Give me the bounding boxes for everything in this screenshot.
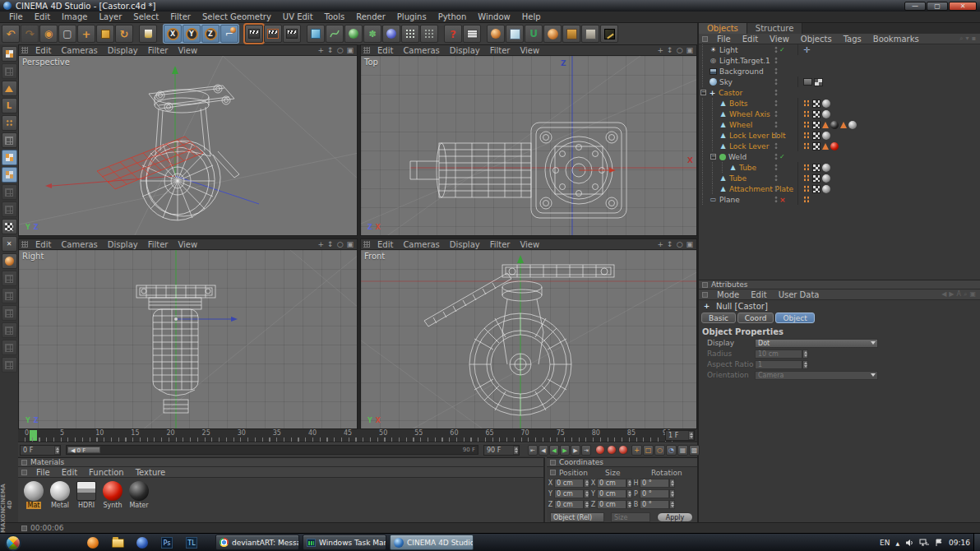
key-settings-icon[interactable]: ▩ [689,445,700,456]
stepper-icon[interactable] [802,360,808,369]
stepper-icon[interactable] [626,479,632,488]
stepper-icon[interactable] [669,479,675,488]
viewport-menu-item[interactable]: View [515,240,544,249]
module-cube-icon[interactable] [506,25,524,43]
radius-input[interactable]: 10 cm [755,350,802,359]
viewport-menu-item[interactable]: Display [103,240,143,249]
viewport-menu-item[interactable]: Filter [485,46,515,55]
selection-dots-tag-icon[interactable] [803,174,811,182]
size-y-input[interactable]: 0 cm [597,489,626,498]
orbit-icon[interactable]: ○ [337,240,344,248]
viewport-menu-item[interactable]: Edit [372,46,398,55]
visibility-dots-icon[interactable] [774,78,778,86]
start-button[interactable] [5,535,21,551]
materials-menu-item[interactable]: Texture [130,468,172,477]
selection-dots-tag-icon[interactable] [803,185,811,192]
axis-lock-x-button[interactable]: X [164,25,182,43]
selection-dots-tag-icon[interactable] [803,196,811,203]
selection-dots-tag-icon[interactable] [803,164,811,171]
viewport-menu-item[interactable]: Edit [30,46,56,55]
taskbar-button-task-manager[interactable]: Windows Task Mana... [303,535,386,550]
material-tag-icon[interactable] [830,121,839,129]
record-options-button[interactable] [618,445,628,455]
stepper-icon[interactable] [688,431,694,440]
material-tag-icon[interactable] [822,110,830,118]
tree-row-background[interactable]: Background [699,66,980,76]
text-icon[interactable]: A [956,290,960,299]
viewport-menu-item[interactable]: Display [445,46,485,55]
phong-tag-icon[interactable] [812,100,821,108]
maximize-button[interactable]: ▢ [927,2,948,11]
menu-item[interactable]: Select [127,12,164,21]
model-mode-icon[interactable] [2,63,17,79]
rotation-h-input[interactable]: 0 ° [640,479,669,488]
viewport-menu-item[interactable]: Cameras [56,46,102,55]
selection-dots-tag-icon[interactable] [803,121,811,128]
pinned-media-player[interactable] [86,536,99,549]
material-tag-icon[interactable] [822,100,830,108]
workplane-mode-icon[interactable]: L [2,98,17,113]
attributes-menu-item[interactable]: User Data [773,290,825,299]
module-scene-icon[interactable] [581,25,599,43]
pan-icon[interactable]: + [658,240,664,248]
visibility-dots-icon[interactable] [774,110,778,118]
material-tag-icon[interactable] [822,185,830,193]
play-forward-button[interactable]: ▶ [560,445,570,456]
viewport-menu-item[interactable]: Filter [143,46,173,55]
snap-icon-6[interactable] [2,357,17,373]
taskbar-button-cinema4d[interactable]: CINEMA 4D Studio - ... [390,535,474,550]
viewport-menu-item[interactable]: Filter [143,240,173,249]
disabled-mode-icon-1[interactable] [2,184,17,200]
move-tool-icon[interactable]: + [77,25,95,43]
record-keyframe-button[interactable] [595,445,605,455]
menu-item[interactable]: Layer [93,12,127,21]
attributes-menu-item[interactable]: Mode [711,290,745,299]
help-icon[interactable]: ? [444,25,462,43]
phong-tag-icon[interactable] [812,185,821,193]
position-x-input[interactable]: 0 cm [554,479,584,488]
menu-item[interactable]: Help [516,12,547,21]
target-expression-tag-icon[interactable]: ✛ [803,46,810,54]
tree-row-light-target[interactable]: ◎ Light.Target.1 [699,55,980,66]
aspect-ratio-input[interactable]: 1 [755,360,802,369]
next-key-button[interactable]: ▶ [571,445,580,456]
add-particles-icon[interactable] [420,25,438,43]
taskbar-button-deviantart[interactable]: deviantART: Messag... [215,535,299,550]
maximize-view-icon[interactable]: ▣ [686,240,693,248]
materials-menu-item[interactable]: File [30,468,56,477]
slider-handle[interactable]: ◀ 0 F [67,447,100,453]
rotate-tool-icon[interactable]: ↻ [115,25,133,43]
material-mat[interactable]: Mat [21,481,46,509]
materials-menu-item[interactable]: Function [83,468,130,477]
viewport-menu-item[interactable]: View [515,46,544,55]
paint-mode-icon[interactable] [2,253,17,269]
texture-mode-icon[interactable] [2,219,17,234]
key-position-icon[interactable]: + [631,445,642,456]
zoom-icon[interactable]: ↕ [327,46,334,54]
go-to-end-button[interactable]: ⇥ [581,445,591,456]
menu-item[interactable]: Plugins [391,12,432,21]
panel-grip-icon[interactable] [550,470,556,475]
timeline-ruler[interactable]: 051015202530354045505560657075808590 1 F [18,429,697,442]
material-tag-icon[interactable] [822,174,830,183]
position-y-input[interactable]: 0 cm [554,489,584,498]
material-metal[interactable]: Metal [48,481,72,509]
tab-objects[interactable]: Objects [699,23,747,34]
polygons-mode-icon[interactable] [2,150,17,165]
menu-item[interactable]: Edit [29,12,56,21]
rectangle-selection-icon[interactable]: ▢ [58,25,76,43]
collapse-icon[interactable]: − [700,90,706,95]
pinned-photoshop[interactable]: Ps [160,536,173,549]
tree-row-wheel[interactable]: ▲ Wheel [699,119,980,130]
panel-grip-icon[interactable] [21,241,28,248]
filter-icon[interactable]: ▾ [966,35,969,43]
minimize-button[interactable]: — [904,2,926,11]
end-frame-spinner[interactable]: 90 F [483,445,520,456]
go-to-start-button[interactable]: ⇤ [528,445,538,456]
tree-row-plane[interactable]: ▭ Plane × [699,194,980,205]
menu-item[interactable]: UV Edit [277,12,319,21]
selection-dots-tag-icon[interactable] [803,142,811,150]
viewport-top[interactable]: EditCamerasDisplayFilterView + ↕ ○ ▣ [360,44,697,236]
tab-coord[interactable]: Coord [737,313,774,323]
timeline-slider[interactable]: ◀ 0 F 90 F [66,445,478,455]
